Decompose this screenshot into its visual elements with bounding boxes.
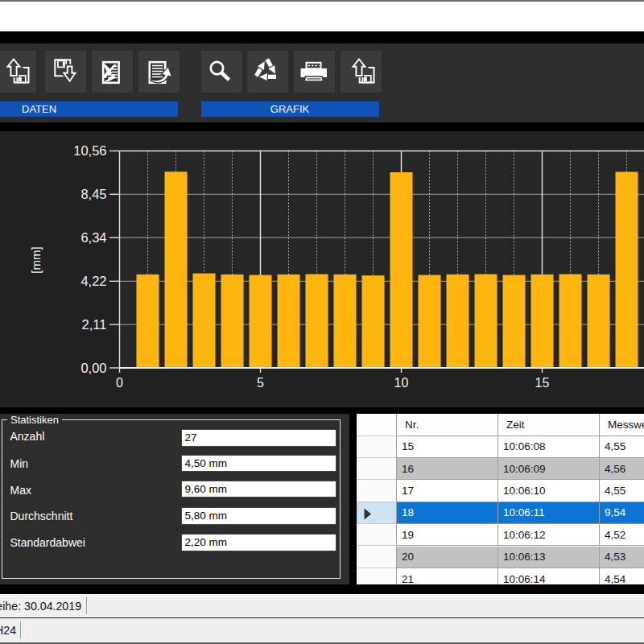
svg-text:0: 0 — [116, 376, 123, 390]
svg-text:4,22: 4,22 — [80, 273, 106, 287]
svg-text:10: 10 — [394, 376, 409, 390]
svg-text:2,11: 2,11 — [82, 316, 107, 331]
svg-text:15: 15 — [535, 376, 550, 390]
svg-text:[mm]: [mm] — [29, 246, 43, 273]
svg-text:5: 5 — [257, 376, 264, 390]
svg-text:6,34: 6,34 — [80, 229, 106, 244]
svg-text:0,00: 0,00 — [80, 360, 106, 374]
svg-text:10,56: 10,56 — [73, 143, 106, 158]
svg-text:8,45: 8,45 — [80, 186, 106, 200]
